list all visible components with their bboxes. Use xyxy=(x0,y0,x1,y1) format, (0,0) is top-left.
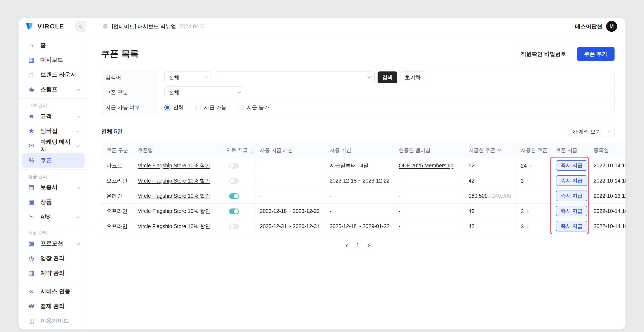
row-detail-chevron-icon[interactable]: › xyxy=(526,178,529,184)
issue-now-button[interactable]: 즉시 지급 xyxy=(556,206,588,216)
coupon-name-link[interactable]: Vircle Flagship Store 10% 할인 xyxy=(138,162,210,169)
sidebar-item-customer[interactable]: ☻고객 xyxy=(22,109,85,123)
cell-issued-count: 180,500 / 240,000 xyxy=(463,188,515,203)
sidebar-item-payment[interactable]: ₩결제 관리 xyxy=(22,299,85,313)
column-header: 자동 지급? xyxy=(220,143,254,158)
profile-menu[interactable]: 매스어답션 M xyxy=(575,18,617,35)
sidebar-item-brand-lounge[interactable]: ⊓브랜드 라운지 xyxy=(22,67,85,82)
column-header: 연동된 멤버십 xyxy=(393,143,463,158)
chevron-right-icon: › xyxy=(368,241,370,250)
list-header: 전체 5건 25개씩 보기 xyxy=(101,125,614,138)
staff-password-button[interactable]: 직원확인 비밀번호 xyxy=(515,47,572,61)
membership-link[interactable]: OUF 2025 Membership xyxy=(399,162,454,169)
column-header: 사용된 쿠폰 수 xyxy=(515,143,550,158)
sidebar-item-label: 대시보드 xyxy=(40,56,79,64)
sidebar-item-label: 결제 관리 xyxy=(40,302,79,310)
sidebar-item-membership[interactable]: ★멤버십 xyxy=(22,123,85,138)
membership-icon: ★ xyxy=(28,127,35,134)
sidebar-item-home[interactable]: ⌂홈 xyxy=(22,38,85,53)
radio-selected-icon xyxy=(164,105,170,110)
issued-count-value: 180,500 xyxy=(469,193,488,199)
help-icon[interactable]: ? xyxy=(250,149,254,154)
cell-issue-action: 즉시 지급 xyxy=(550,203,588,219)
coupon-name-link[interactable]: Vircle Flagship Store 10% 할인 xyxy=(138,178,210,184)
filter-row-keyword: 검색어 전체 검색 초기화 xyxy=(101,70,614,85)
chevron-double-left-icon: « xyxy=(79,23,82,30)
sidebar-item-label: A/S xyxy=(40,214,72,220)
page-actions: 직원확인 비밀번호 쿠폰 추가 xyxy=(515,47,614,61)
toggle-on[interactable] xyxy=(229,193,239,199)
coupon-name-link[interactable]: Vircle Flagship Store 10% 할인 xyxy=(138,208,210,214)
issue-now-button[interactable]: 즉시 지급 xyxy=(556,221,588,231)
sidebar-item-service-link[interactable]: ∞서비스 연동 xyxy=(22,284,85,299)
search-button[interactable]: 검색 xyxy=(378,71,397,83)
chevron-down-icon xyxy=(368,75,371,78)
row-detail-chevron-icon[interactable]: › xyxy=(530,162,532,169)
cell-issued-count: 52 xyxy=(463,158,515,173)
sidebar-section-label: 고객 관리 xyxy=(22,100,85,109)
reservation-icon: ▥ xyxy=(28,269,35,277)
toggle-off[interactable] xyxy=(229,224,239,229)
cell-membership: - xyxy=(393,188,463,203)
issued-total-value: / 240,000 xyxy=(488,193,511,199)
availability-radio-option[interactable]: 전체 xyxy=(164,104,184,111)
coupon-name-link[interactable]: Vircle Flagship Store 10% 할인 xyxy=(138,223,210,229)
brand-logo[interactable]: VIRCLE xyxy=(25,18,64,35)
sidebar-item-guide[interactable]: ◫이용가이드 xyxy=(22,313,85,328)
toggle-off[interactable] xyxy=(229,163,239,169)
cell-use-period: 2023-12-18 ~ 2023-12-22 xyxy=(324,173,393,188)
keyword-field-select[interactable]: 전체 xyxy=(164,71,212,83)
column-header: 등록일 xyxy=(588,143,626,158)
sidebar-item-product[interactable]: ▣상품 xyxy=(22,195,85,209)
availability-radio-option[interactable]: 지급 불가 xyxy=(238,104,269,111)
column-header-label: 연동된 멤버십 xyxy=(399,147,430,153)
cell-use-period: 지급일부터 14일 xyxy=(324,158,393,173)
row-detail-chevron-icon[interactable]: › xyxy=(526,223,529,229)
toggle-on[interactable] xyxy=(229,209,239,214)
cell-auto-issue xyxy=(220,173,254,188)
chevron-left-icon: ‹ xyxy=(346,241,348,250)
sidebar-item-entrance[interactable]: ◷입장 관리 xyxy=(22,251,85,266)
radio-label: 전체 xyxy=(173,104,184,111)
cell-coupon-type: 온라인 xyxy=(101,188,132,203)
keyword-search-input[interactable] xyxy=(215,71,374,83)
cell-coupon-type: 바코드 xyxy=(101,158,132,173)
sidebar-item-warranty[interactable]: ▤보증서 xyxy=(22,180,85,195)
sidebar-divider xyxy=(18,170,88,170)
issue-now-button[interactable]: 즉시 지급 xyxy=(556,160,588,171)
notification-banner[interactable]: [업데이트] 대시보드 리뉴얼 2024-04-01 xyxy=(102,18,206,35)
issue-now-button[interactable]: 즉시 지급 xyxy=(556,175,588,186)
issue-now-button[interactable]: 즉시 지급 xyxy=(556,191,588,201)
reset-button[interactable]: 초기화 xyxy=(400,71,425,83)
coupon-type-select[interactable]: 전체 xyxy=(164,86,244,98)
chevron-down-icon xyxy=(76,242,80,245)
page-number-button[interactable]: 1 xyxy=(353,241,362,250)
sidebar-section-label: 채널 관리 xyxy=(22,228,85,236)
page-size-select[interactable]: 25개씩 보기 xyxy=(568,126,614,137)
notification-date: 2024-04-01 xyxy=(180,23,206,30)
coupon-type-value: 전체 xyxy=(169,89,179,96)
page-title: 쿠폰 목록 xyxy=(101,48,139,60)
sidebar-item-as[interactable]: ✂A/S xyxy=(22,209,85,224)
next-page-button[interactable]: › xyxy=(366,242,371,249)
sidebar-item-reservation[interactable]: ▥예약 관리 xyxy=(22,266,85,280)
column-header-label: 등록일 xyxy=(594,147,609,153)
sidebar-collapse-button[interactable]: « xyxy=(75,21,86,32)
coupon-name-link[interactable]: Vircle Flagship Store 10% 할인 xyxy=(138,193,210,199)
chevron-down-icon xyxy=(76,129,80,133)
sidebar-item-label: 홈 xyxy=(40,41,79,49)
sidebar-item-promotion[interactable]: ▩프로모션 xyxy=(22,236,85,251)
prev-page-button[interactable]: ‹ xyxy=(345,242,349,249)
sidebar-item-dashboard[interactable]: ▦대시보드 xyxy=(22,53,85,67)
toggle-off[interactable] xyxy=(229,178,239,184)
availability-radio-option[interactable]: 지급 가능 xyxy=(195,104,226,111)
sidebar-item-label: 고객 xyxy=(40,112,72,120)
used-count-value: 3 xyxy=(521,208,524,214)
sidebar-item-coupon[interactable]: %쿠폰 xyxy=(22,153,85,168)
sidebar-item-marketing-message[interactable]: ✉마케팅 메시지 xyxy=(22,138,85,153)
cell-coupon-name: Vircle Flagship Store 10% 할인 xyxy=(132,158,220,173)
row-detail-chevron-icon[interactable]: › xyxy=(526,208,529,214)
sidebar-item-label: 예약 관리 xyxy=(40,269,79,277)
sidebar-item-stamp[interactable]: ◉스탬프 xyxy=(22,82,85,97)
add-coupon-button[interactable]: 쿠폰 추가 xyxy=(577,47,614,61)
